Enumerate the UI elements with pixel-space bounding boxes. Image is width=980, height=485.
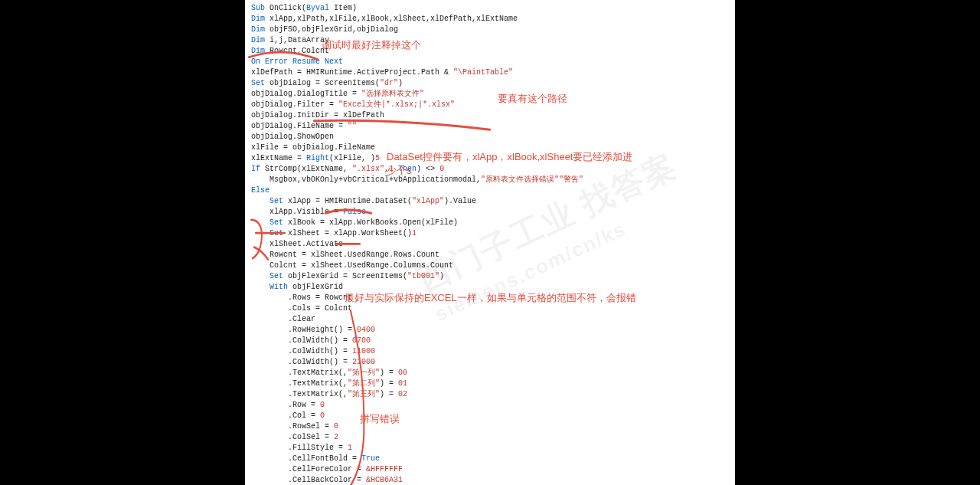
code-line: .CellBackColor = &HCB6A31	[251, 475, 735, 485]
code-line: objDialog.DialogTitle = "选择原料表文件"	[251, 89, 735, 100]
code-line: .TextMatrix(,"第二列") = 01	[251, 378, 735, 389]
code-line: .Cols = Colcnt	[251, 303, 735, 314]
code-line: If StrComp(xlExtName, ".xlsx",1 Then) <>…	[251, 164, 735, 175]
code-line: .Row = 0	[251, 400, 735, 411]
code-line: xlSheet.Activate	[251, 239, 735, 250]
code-line: Set objFlexGrid = ScreenItems("tb001")	[251, 271, 735, 282]
code-line: .CellForeColor = &HFFFFFF	[251, 464, 735, 475]
code-line: Set xlApp = HMIRuntime.DataSet("xlApp").…	[251, 196, 735, 207]
code-line: Colcnt = xlSheet.UsedRange.Columns.Count	[251, 261, 735, 271]
code-line: Dim Rowcnt,Colcnt	[251, 46, 735, 57]
code-line: On Error Resume Next	[251, 57, 735, 67]
code-line: .TextMatrix(,"第三列") = 02	[251, 389, 735, 400]
code-block: Sub OnClick(Byval Item)Dim xlApp,xlPath,…	[251, 3, 735, 485]
code-line: .RowHeight() = 0400	[251, 325, 735, 336]
code-line: xlDefPath = HMIRuntime.ActiveProject.Pat…	[251, 67, 735, 78]
code-line: Rowcnt = xlSheet.UsedRange.Rows.Count	[251, 250, 735, 261]
code-line: xlFile = objDialog.FileName	[251, 143, 735, 153]
code-line: .ColSel = 2	[251, 432, 735, 443]
code-line: Sub OnClick(Byval Item)	[251, 3, 735, 14]
code-line: Dim xlApp,xlPath,xlFile,xlBook,xlSheet,x…	[251, 14, 735, 25]
code-line: .CellFontBold = True	[251, 454, 735, 464]
code-line: With objFlexGrid	[251, 282, 735, 293]
code-line: Dim objFSO,objFlexGrid,objDialog	[251, 25, 735, 35]
code-line: xlApp.Visible = False	[251, 207, 735, 218]
code-document: 西门子工业 找答案 siemens.com/cn/ks Sub OnClick(…	[245, 0, 735, 485]
code-line: .TextMatrix(,"第一列") = 00	[251, 368, 735, 378]
code-line: Dim i,j,DataArray	[251, 35, 735, 46]
code-line: .FillStyle = 1	[251, 443, 735, 454]
code-line: objDialog.InitDir = xlDefPath	[251, 110, 735, 121]
code-line: Else	[251, 185, 735, 196]
code-line: Set objDialog = ScreenItems("dr")	[251, 78, 735, 89]
code-line: xlExtName = Right(xlFile, )5	[251, 153, 735, 164]
code-line: Set xlBook = xlApp.WorkBooks.Open(xlFile…	[251, 218, 735, 228]
code-line: .ColWidth() = 0700	[251, 336, 735, 346]
code-line: objDialog.ShowOpen	[251, 132, 735, 143]
code-line: .Col = 0	[251, 411, 735, 421]
code-line: .RowSel = 0	[251, 421, 735, 432]
code-line: Set xlSheet = xlApp.WorkSheet()1	[251, 228, 735, 239]
code-line: .ColWidth() = 11000	[251, 346, 735, 357]
code-line: Msgbox,vbOKOnly+vbCritical+vbApplication…	[251, 175, 735, 185]
code-line: .ColWidth() = 21000	[251, 357, 735, 368]
code-line: objDialog.FileName = ""	[251, 121, 735, 132]
code-line: objDialog.Filter = "Excel文件|*.xlsx;|*.xl…	[251, 100, 735, 110]
code-line: .Rows = Rowcnt	[251, 293, 735, 303]
code-line: .Clear	[251, 314, 735, 325]
